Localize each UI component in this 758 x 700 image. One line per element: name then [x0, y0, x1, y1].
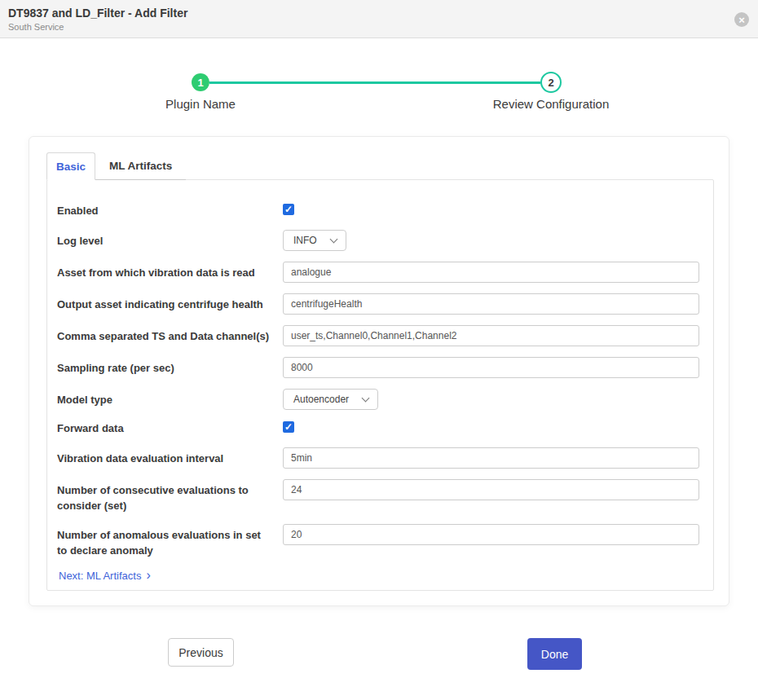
tab-ml-artifacts[interactable]: ML Artifacts	[95, 152, 186, 180]
asset-from-which-vibration-data-is-read-input[interactable]: analogue	[283, 262, 699, 283]
vibration-data-evaluation-interval-input[interactable]: 5min	[283, 447, 699, 469]
field-control: 24	[283, 479, 699, 500]
field-label: Model type	[57, 389, 283, 407]
stepper-connector-line	[209, 81, 540, 84]
field-control: 20	[283, 524, 699, 545]
tab-basic[interactable]: Basic	[46, 152, 95, 180]
field-label: Number of anomalous evaluations in set t…	[57, 524, 283, 558]
number-of-anomalous-evaluations-in-set-to-declare-anomaly-input[interactable]: 20	[283, 524, 699, 545]
field-control: INFO	[283, 230, 699, 251]
stepper: 1 2 Plugin Name Review Configuration	[0, 38, 758, 136]
field-label: Number of consecutive evaluations to con…	[57, 479, 283, 513]
tab-bar: Basic ML Artifacts	[46, 152, 714, 179]
chevron-down-icon	[362, 394, 370, 402]
step-2-label: Review Configuration	[469, 97, 632, 111]
field-label: Asset from which vibration data is read	[57, 262, 283, 280]
dialog-header: DT9837 and LD_Filter - Add Filter South …	[0, 0, 758, 38]
chevron-down-icon	[329, 235, 337, 243]
field-label: Sampling rate (per sec)	[57, 357, 283, 376]
model-type-select[interactable]: Autoencoder	[283, 389, 378, 410]
close-icon[interactable]: ×	[734, 12, 749, 27]
chevron-right-icon: ›	[146, 569, 150, 582]
tab-panel-basic: Enabled Log level INFO Asset from which …	[46, 179, 714, 591]
field-control: user_ts,Channel0,Channel1,Channel2	[283, 325, 699, 346]
field-label: Log level	[57, 230, 283, 249]
form-row: Forward data	[57, 420, 699, 437]
done-button[interactable]: Done	[527, 638, 582, 670]
form-row: Vibration data evaluation interval 5min	[57, 447, 699, 469]
form-row: Output asset indicating centrifuge healt…	[57, 293, 699, 315]
output-asset-indicating-centrifuge-health-input[interactable]: centrifugeHealth	[283, 293, 699, 315]
field-control: 5min	[283, 447, 699, 469]
forward-data-checkbox[interactable]	[283, 421, 294, 433]
field-label: Output asset indicating centrifuge healt…	[57, 293, 283, 312]
form-row: Sampling rate (per sec) 8000	[57, 357, 699, 378]
form-rows: Enabled Log level INFO Asset from which …	[57, 203, 699, 558]
form-row: Number of consecutive evaluations to con…	[57, 479, 699, 513]
form-row: Asset from which vibration data is read …	[57, 262, 699, 283]
dialog-subtitle: South Service	[8, 22, 758, 32]
field-label: Comma separated TS and Data channel(s)	[57, 325, 283, 344]
step-2-indicator[interactable]: 2	[540, 72, 562, 93]
field-control: Autoencoder	[283, 389, 699, 410]
field-control: 8000	[283, 357, 699, 378]
number-of-consecutive-evaluations-to-consider-set-input[interactable]: 24	[283, 479, 699, 500]
form-row: Comma separated TS and Data channel(s) u…	[57, 325, 699, 346]
field-label: Forward data	[57, 420, 283, 436]
log-level-select-value: INFO	[293, 235, 317, 246]
form-row: Log level INFO	[57, 230, 699, 251]
field-label: Vibration data evaluation interval	[57, 447, 283, 466]
field-control	[283, 420, 699, 433]
comma-separated-ts-and-data-channels-input[interactable]: user_ts,Channel0,Channel1,Channel2	[283, 325, 699, 346]
field-control	[283, 203, 699, 215]
field-label: Enabled	[57, 203, 283, 218]
sampling-rate-per-sec-input[interactable]: 8000	[283, 357, 699, 378]
previous-button[interactable]: Previous	[168, 638, 234, 667]
dialog-title: DT9837 and LD_Filter - Add Filter	[8, 7, 758, 20]
next-link-label: Next: ML Artifacts	[59, 570, 141, 582]
field-control: centrifugeHealth	[283, 293, 699, 315]
config-card: Basic ML Artifacts Enabled Log level INF…	[29, 136, 729, 606]
next-ml-artifacts-link[interactable]: Next: ML Artifacts ›	[59, 569, 699, 582]
field-control: analogue	[283, 262, 699, 283]
step-1-indicator[interactable]: 1	[192, 73, 209, 91]
form-row: Number of anomalous evaluations in set t…	[57, 524, 699, 558]
step-1-label: Plugin Name	[119, 97, 282, 111]
log-level-select[interactable]: INFO	[283, 230, 346, 251]
form-row: Model type Autoencoder	[57, 389, 699, 410]
enabled-checkbox[interactable]	[283, 204, 294, 215]
form-row: Enabled	[57, 203, 699, 219]
model-type-select-value: Autoencoder	[293, 394, 349, 405]
